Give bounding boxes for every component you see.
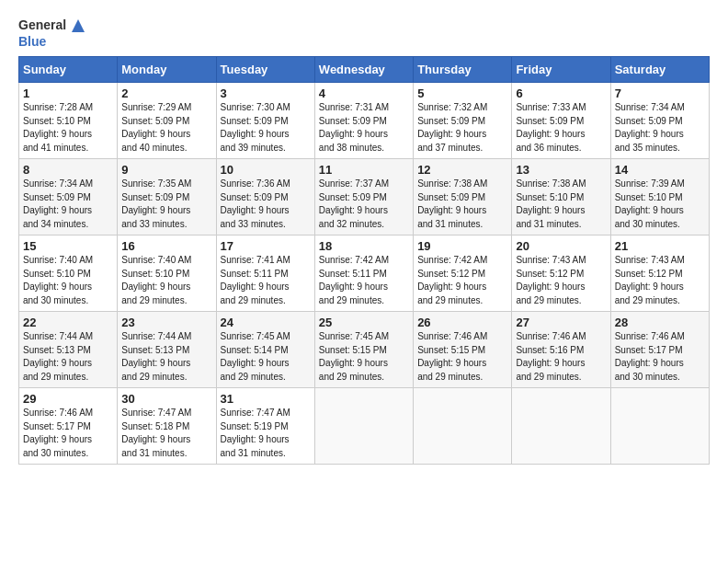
calendar-cell: 18 Sunrise: 7:42 AMSunset: 5:11 PMDaylig… xyxy=(314,236,413,312)
calendar-cell: 27 Sunrise: 7:46 AMSunset: 5:16 PMDaylig… xyxy=(512,312,610,388)
day-info: Sunrise: 7:35 AMSunset: 5:09 PMDaylight:… xyxy=(121,178,191,229)
calendar-cell: 20 Sunrise: 7:43 AMSunset: 5:12 PMDaylig… xyxy=(512,236,610,312)
day-number: 25 xyxy=(319,316,409,329)
day-number: 15 xyxy=(23,239,113,253)
day-info: Sunrise: 7:45 AMSunset: 5:14 PMDaylight:… xyxy=(221,331,290,382)
day-number: 14 xyxy=(615,163,705,177)
day-number: 10 xyxy=(221,163,311,177)
calendar-cell: 1 Sunrise: 7:28 AMSunset: 5:10 PMDayligh… xyxy=(19,83,118,159)
calendar-cell: 22 Sunrise: 7:44 AMSunset: 5:13 PMDaylig… xyxy=(19,312,118,388)
day-info: Sunrise: 7:30 AMSunset: 5:09 PMDaylight:… xyxy=(221,102,290,153)
calendar-cell xyxy=(414,388,512,465)
calendar-cell: 14 Sunrise: 7:39 AMSunset: 5:10 PMDaylig… xyxy=(610,159,709,236)
day-number: 23 xyxy=(121,316,211,329)
day-info: Sunrise: 7:40 AMSunset: 5:10 PMDaylight:… xyxy=(121,255,191,305)
calendar-week-3: 15 Sunrise: 7:40 AMSunset: 5:10 PMDaylig… xyxy=(19,236,710,312)
day-info: Sunrise: 7:40 AMSunset: 5:10 PMDaylight:… xyxy=(23,255,93,305)
calendar-week-1: 1 Sunrise: 7:28 AMSunset: 5:10 PMDayligh… xyxy=(19,83,710,159)
logo-line1: General xyxy=(18,17,66,32)
day-info: Sunrise: 7:46 AMSunset: 5:16 PMDaylight:… xyxy=(516,331,586,382)
calendar-cell: 19 Sunrise: 7:42 AMSunset: 5:12 PMDaylig… xyxy=(414,236,512,312)
calendar-table: SundayMondayTuesdayWednesdayThursdayFrid… xyxy=(18,56,710,465)
calendar-cell: 12 Sunrise: 7:38 AMSunset: 5:09 PMDaylig… xyxy=(414,159,512,236)
calendar-cell: 15 Sunrise: 7:40 AMSunset: 5:10 PMDaylig… xyxy=(19,236,118,312)
column-header-sunday: Sunday xyxy=(19,57,118,83)
day-number: 16 xyxy=(121,239,211,253)
day-number: 27 xyxy=(516,316,606,329)
column-header-monday: Monday xyxy=(118,57,216,83)
day-info: Sunrise: 7:46 AMSunset: 5:17 PMDaylight:… xyxy=(615,331,685,382)
day-info: Sunrise: 7:41 AMSunset: 5:11 PMDaylight:… xyxy=(221,255,290,305)
column-header-tuesday: Tuesday xyxy=(216,57,314,83)
calendar-cell: 3 Sunrise: 7:30 AMSunset: 5:09 PMDayligh… xyxy=(216,83,314,159)
calendar-cell: 23 Sunrise: 7:44 AMSunset: 5:13 PMDaylig… xyxy=(118,312,216,388)
day-info: Sunrise: 7:45 AMSunset: 5:15 PMDaylight:… xyxy=(319,331,389,382)
column-header-thursday: Thursday xyxy=(414,57,512,83)
day-info: Sunrise: 7:42 AMSunset: 5:11 PMDaylight:… xyxy=(319,255,389,305)
calendar-week-2: 8 Sunrise: 7:34 AMSunset: 5:09 PMDayligh… xyxy=(19,159,710,236)
calendar-cell: 25 Sunrise: 7:45 AMSunset: 5:15 PMDaylig… xyxy=(314,312,413,388)
day-number: 17 xyxy=(221,239,311,253)
day-info: Sunrise: 7:43 AMSunset: 5:12 PMDaylight:… xyxy=(615,255,685,305)
day-info: Sunrise: 7:38 AMSunset: 5:10 PMDaylight:… xyxy=(516,178,586,229)
calendar-cell: 24 Sunrise: 7:45 AMSunset: 5:14 PMDaylig… xyxy=(216,312,314,388)
svg-marker-0 xyxy=(72,19,85,32)
day-number: 12 xyxy=(417,163,507,177)
header: General Blue xyxy=(18,17,710,49)
day-number: 21 xyxy=(615,239,705,253)
day-number: 2 xyxy=(121,86,211,100)
day-info: Sunrise: 7:47 AMSunset: 5:18 PMDaylight:… xyxy=(121,408,191,458)
day-info: Sunrise: 7:46 AMSunset: 5:15 PMDaylight:… xyxy=(417,331,487,382)
day-number: 9 xyxy=(121,163,211,177)
calendar-cell: 21 Sunrise: 7:43 AMSunset: 5:12 PMDaylig… xyxy=(610,236,709,312)
calendar-cell: 4 Sunrise: 7:31 AMSunset: 5:09 PMDayligh… xyxy=(314,83,413,159)
calendar-cell: 5 Sunrise: 7:32 AMSunset: 5:09 PMDayligh… xyxy=(414,83,512,159)
calendar-cell xyxy=(512,388,610,465)
day-info: Sunrise: 7:34 AMSunset: 5:09 PMDaylight:… xyxy=(615,102,685,153)
calendar-cell: 8 Sunrise: 7:34 AMSunset: 5:09 PMDayligh… xyxy=(19,159,118,236)
calendar-week-5: 29 Sunrise: 7:46 AMSunset: 5:17 PMDaylig… xyxy=(19,388,710,465)
calendar-cell xyxy=(610,388,709,465)
day-number: 5 xyxy=(417,86,507,100)
calendar-cell: 28 Sunrise: 7:46 AMSunset: 5:17 PMDaylig… xyxy=(610,312,709,388)
day-number: 31 xyxy=(221,392,311,406)
day-info: Sunrise: 7:36 AMSunset: 5:09 PMDaylight:… xyxy=(221,178,290,229)
day-number: 8 xyxy=(23,163,113,177)
header-row: SundayMondayTuesdayWednesdayThursdayFrid… xyxy=(19,57,710,83)
logo-triangle-icon xyxy=(72,19,85,32)
day-number: 7 xyxy=(615,86,705,100)
calendar-cell: 31 Sunrise: 7:47 AMSunset: 5:19 PMDaylig… xyxy=(216,388,314,465)
day-info: Sunrise: 7:47 AMSunset: 5:19 PMDaylight:… xyxy=(221,408,290,458)
calendar-cell: 11 Sunrise: 7:37 AMSunset: 5:09 PMDaylig… xyxy=(314,159,413,236)
calendar-cell: 6 Sunrise: 7:33 AMSunset: 5:09 PMDayligh… xyxy=(512,83,610,159)
day-number: 20 xyxy=(516,239,606,253)
day-number: 13 xyxy=(516,163,606,177)
calendar-cell: 17 Sunrise: 7:41 AMSunset: 5:11 PMDaylig… xyxy=(216,236,314,312)
day-info: Sunrise: 7:28 AMSunset: 5:10 PMDaylight:… xyxy=(23,102,93,153)
day-number: 28 xyxy=(615,316,705,329)
day-info: Sunrise: 7:34 AMSunset: 5:09 PMDaylight:… xyxy=(23,178,93,229)
day-number: 11 xyxy=(319,163,409,177)
calendar-cell: 7 Sunrise: 7:34 AMSunset: 5:09 PMDayligh… xyxy=(610,83,709,159)
day-number: 1 xyxy=(23,86,113,100)
day-info: Sunrise: 7:42 AMSunset: 5:12 PMDaylight:… xyxy=(417,255,487,305)
column-header-saturday: Saturday xyxy=(610,57,709,83)
calendar-cell: 13 Sunrise: 7:38 AMSunset: 5:10 PMDaylig… xyxy=(512,159,610,236)
column-header-wednesday: Wednesday xyxy=(314,57,413,83)
calendar-cell: 30 Sunrise: 7:47 AMSunset: 5:18 PMDaylig… xyxy=(118,388,216,465)
day-number: 3 xyxy=(221,86,311,100)
day-info: Sunrise: 7:43 AMSunset: 5:12 PMDaylight:… xyxy=(516,255,586,305)
day-number: 22 xyxy=(23,316,113,329)
day-info: Sunrise: 7:31 AMSunset: 5:09 PMDaylight:… xyxy=(319,102,389,153)
day-info: Sunrise: 7:33 AMSunset: 5:09 PMDaylight:… xyxy=(516,102,586,153)
day-info: Sunrise: 7:39 AMSunset: 5:10 PMDaylight:… xyxy=(615,178,685,229)
day-info: Sunrise: 7:44 AMSunset: 5:13 PMDaylight:… xyxy=(23,331,93,382)
day-info: Sunrise: 7:38 AMSunset: 5:09 PMDaylight:… xyxy=(417,178,487,229)
day-number: 6 xyxy=(516,86,606,100)
calendar-cell: 16 Sunrise: 7:40 AMSunset: 5:10 PMDaylig… xyxy=(118,236,216,312)
day-info: Sunrise: 7:29 AMSunset: 5:09 PMDaylight:… xyxy=(121,102,191,153)
calendar-cell: 29 Sunrise: 7:46 AMSunset: 5:17 PMDaylig… xyxy=(19,388,118,465)
day-number: 26 xyxy=(417,316,507,329)
day-info: Sunrise: 7:44 AMSunset: 5:13 PMDaylight:… xyxy=(121,331,191,382)
calendar-cell: 26 Sunrise: 7:46 AMSunset: 5:15 PMDaylig… xyxy=(414,312,512,388)
